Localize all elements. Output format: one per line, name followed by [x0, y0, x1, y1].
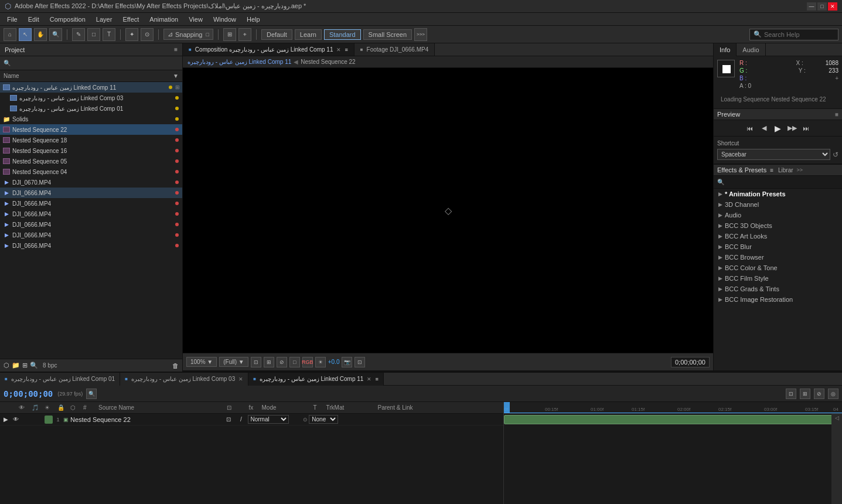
project-search-bar[interactable]: 🔍	[0, 56, 182, 70]
effects-item-bcccolor[interactable]: ▶ BCC Color & Tone	[714, 263, 842, 273]
project-item-comp03[interactable]: زمین عباس - رودبارچیره Linked Comp 03	[0, 93, 182, 103]
search-help-input[interactable]	[764, 31, 834, 38]
layer-track-bar[interactable]	[504, 415, 842, 424]
project-item-nested05[interactable]: Nested Sequence 05	[0, 156, 182, 166]
preview-play[interactable]: ▶	[773, 123, 783, 134]
project-item-dji0666-5[interactable]: ▶ DJI_0666.MP4	[0, 230, 182, 240]
project-item-dji0666-2[interactable]: ▶ DJI_0666.MP4	[0, 198, 182, 209]
trash-icon[interactable]: 🗑	[172, 362, 179, 369]
workspace-more[interactable]: >>>	[414, 28, 427, 41]
menu-window[interactable]: Window	[209, 15, 241, 24]
effects-item-bcc3d[interactable]: ▶ BCC 3D Objects	[714, 220, 842, 231]
minimize-button[interactable]: —	[807, 2, 816, 11]
coord-btn[interactable]: ⌖	[238, 28, 251, 41]
layer-expand-arrow[interactable]: ▶	[0, 416, 12, 423]
layer-trkmat-dropdown[interactable]: ⊙ None	[301, 415, 347, 424]
select-tool[interactable]: ↖	[19, 28, 32, 41]
effects-search-bar[interactable]: 🔍	[714, 176, 842, 189]
effects-more-icon[interactable]: >>	[797, 167, 803, 173]
project-item-solids[interactable]: 📁 Solids	[0, 114, 182, 124]
text-tool[interactable]: T	[103, 28, 115, 41]
project-item-comp11[interactable]: زمین عباس - رودبارچیره Linked Comp 11 ⊞	[0, 82, 182, 93]
tab-menu-icon[interactable]: ≡	[345, 47, 347, 53]
view-options-btn[interactable]: ⊞	[223, 28, 236, 41]
channels-button[interactable]: RGB	[302, 357, 313, 367]
exposure-button[interactable]: ☀	[315, 357, 326, 367]
timeline-tab-comp03[interactable]: ■ زمین عباس - رودبارچیره Linked Comp 03 …	[120, 373, 248, 386]
timeline-tool4[interactable]: ◎	[828, 389, 838, 399]
workspace-learn[interactable]: Learn	[295, 29, 322, 40]
stamp-tool[interactable]: ⊙	[141, 28, 154, 41]
shortcut-dropdown[interactable]: Spacebar	[717, 149, 830, 160]
tab-close-icon[interactable]: ✕	[238, 376, 243, 382]
library-tab[interactable]: Librar	[778, 167, 793, 173]
snapshot-button[interactable]: 📷	[342, 357, 352, 367]
layer-fx-switch[interactable]: /	[237, 416, 246, 423]
region-button[interactable]: □	[289, 357, 300, 367]
paint-tool[interactable]: ✦	[125, 28, 138, 41]
timeline-tool3[interactable]: ⊘	[814, 389, 824, 399]
project-search-input[interactable]	[13, 60, 179, 67]
menu-animation[interactable]: Animation	[145, 15, 183, 24]
tab-close-icon[interactable]: ✕	[367, 376, 371, 382]
preview-prev-frame[interactable]: ◀	[759, 123, 769, 134]
transparency-grid-button[interactable]: ⊘	[277, 357, 287, 367]
interpret-footage-icon[interactable]: ⬡	[4, 362, 9, 369]
menu-edit[interactable]: Edit	[23, 15, 44, 24]
timeline-tab-comp11[interactable]: ■ زمین عباس - رودبارچیره Linked Comp 11 …	[248, 373, 383, 386]
zoom-dropdown[interactable]: 100% ▼	[186, 357, 217, 367]
project-item-nested22[interactable]: Nested Sequence 22	[0, 124, 182, 135]
effects-item-bccartlooks[interactable]: ▶ BCC Art Looks	[714, 231, 842, 241]
show-snapshot-button[interactable]: ⊡	[354, 357, 365, 367]
workspace-standard[interactable]: Standard	[324, 29, 361, 40]
project-item-dji0666-3[interactable]: ▶ DJI_0666.MP4	[0, 209, 182, 219]
effects-item-bccfilm[interactable]: ▶ BCC Film Style	[714, 273, 842, 284]
project-item-comp01[interactable]: زمین عباس - رودبارچیره Linked Comp 01	[0, 103, 182, 114]
pen-tool[interactable]: ✎	[72, 28, 85, 41]
effects-item-animation-presets[interactable]: ▶ * Animation Presets	[714, 189, 842, 199]
breadcrumb-comp[interactable]: زمین عباس - رودبارچیره Linked Comp 11	[188, 59, 291, 65]
menu-composition[interactable]: Composition	[45, 15, 90, 24]
audio-tab[interactable]: Audio	[737, 43, 765, 56]
timeline-tool1[interactable]: ⊡	[786, 389, 796, 399]
zoom-tool[interactable]: 🔍	[49, 28, 62, 41]
layer-name[interactable]: Nested Sequence 22	[70, 416, 131, 423]
preview-last-frame[interactable]: ⏭	[801, 123, 812, 134]
snapping-button[interactable]: ⊿ Snapping □	[163, 29, 213, 40]
timeline-tab-menu-icon[interactable]: ≡	[375, 376, 378, 382]
close-button[interactable]: ✕	[828, 2, 837, 11]
preview-menu-icon[interactable]: ≡	[835, 111, 838, 118]
effects-item-bccgrads[interactable]: ▶ BCC Grads & Tints	[714, 284, 842, 294]
workspace-smallscreen[interactable]: Small Screen	[363, 29, 412, 40]
search-icon[interactable]: 🔍	[30, 362, 38, 369]
layer-switches[interactable]: ⊡	[220, 416, 237, 423]
preview-next-frame[interactable]: ▶▶	[787, 123, 797, 134]
project-item-nested04[interactable]: Nested Sequence 04	[0, 166, 182, 177]
project-item-dji0670[interactable]: ▶ DJI_0670.MP4	[0, 177, 182, 188]
project-item-nested16[interactable]: Nested Sequence 16	[0, 145, 182, 156]
timeline-tool2[interactable]: ⊞	[800, 389, 810, 399]
shape-tool[interactable]: □	[87, 28, 100, 41]
playhead-marker[interactable]	[504, 402, 510, 413]
timecode-display[interactable]: 0;00;00;00	[671, 357, 710, 367]
menu-effect[interactable]: Effect	[118, 15, 144, 24]
project-item-dji0666-6[interactable]: ▶ DJI_0666.MP4	[0, 240, 182, 251]
project-item-dji0666-4[interactable]: ▶ DJI_0666.MP4	[0, 219, 182, 230]
effects-item-audio[interactable]: ▶ Audio	[714, 210, 842, 220]
info-tab[interactable]: Info	[714, 43, 737, 56]
home-button[interactable]: ⌂	[4, 28, 16, 41]
search-help-box[interactable]: 🔍	[749, 29, 838, 40]
new-folder-icon[interactable]: 📁	[12, 362, 20, 369]
effects-item-bccbrowser[interactable]: ▶ BCC Browser	[714, 252, 842, 263]
layer-visibility-toggle[interactable]: 👁	[12, 416, 20, 423]
tab-close-icon[interactable]: ✕	[336, 47, 341, 53]
menu-layer[interactable]: Layer	[91, 15, 117, 24]
shortcut-reset-icon[interactable]: ↺	[833, 151, 838, 159]
project-menu-icon[interactable]: ≡	[174, 46, 178, 53]
project-item-dji0666-active[interactable]: ▶ DJI_0666.MP4	[0, 188, 182, 198]
layer-mode-dropdown[interactable]: Normal	[246, 415, 292, 424]
effects-menu-icon[interactable]: ≡	[770, 167, 773, 173]
project-item-nested18[interactable]: Nested Sequence 18	[0, 135, 182, 145]
timeline-timecode[interactable]: 0;00;00;00	[4, 389, 53, 399]
tag-column-header[interactable]: ▼	[173, 73, 179, 79]
